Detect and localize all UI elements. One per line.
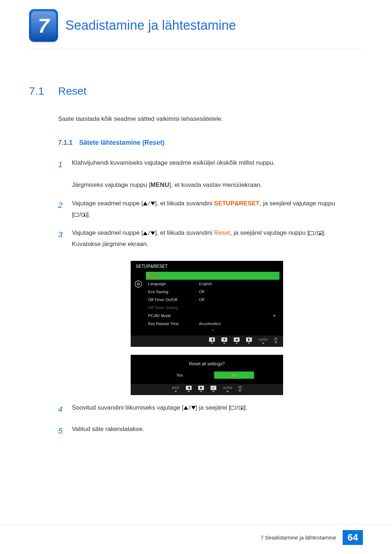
osd-nav-power — [238, 386, 242, 392]
osd-row-reset: Reset — [146, 272, 279, 280]
up-down-icon: / — [184, 402, 196, 414]
step-text: Vajutage seadmel nuppe [/], et liikuda s… — [72, 227, 363, 250]
osd-row-eco-saving: Eco Saving:Off — [146, 288, 279, 296]
step-text: Vajutage seadmel nuppe [/], et liikuda s… — [72, 198, 363, 221]
step-1: 1 Klahvijuhendi kuvamiseks vajutage sead… — [58, 157, 363, 191]
osd-row-off-timer-setting: Off Timer Setting — [146, 304, 279, 312]
osd-dialog-options: Yes No — [131, 372, 283, 384]
step-2: 2 Vajutage seadmel nuppe [/], et liikuda… — [58, 198, 363, 221]
osd-panel: SETUP&RESET Reset Language:English Eco S… — [131, 261, 283, 347]
step-text: Soovitud suvandini liikumiseks vajutage … — [72, 402, 363, 417]
osd-row-off-timer: Off Timer On/Off:Off — [146, 296, 279, 304]
step-number: 1 — [58, 157, 65, 191]
step-number: 2 — [58, 198, 65, 221]
chapter-title: Seadistamine ja lähtestamine — [65, 18, 236, 33]
section-number: 7.1 — [29, 85, 47, 97]
osd-option-no: No — [214, 372, 254, 379]
chevron-right-icon: ▸ — [274, 313, 276, 318]
step-text: Klahvijuhendi kuvamiseks vajutage seadme… — [72, 157, 363, 191]
osd-row-language: Language:English — [146, 280, 279, 288]
section-heading: 7.1 Reset — [29, 85, 363, 97]
footer-chapter-label: 7 Seadistamine ja lähtestamine — [254, 530, 343, 545]
enter-source-icon: / — [309, 228, 322, 239]
step-3: 3 Vajutage seadmel nuppe [/], et liikuda… — [58, 227, 363, 250]
section-intro: Saate taastada kõik seadme sätted vaikim… — [58, 115, 363, 123]
osd-nav-down: ▼ — [221, 337, 227, 344]
chapter-number: 7 — [29, 9, 58, 42]
osd-nav-auto: AUTO — [258, 337, 268, 344]
enter-source-icon: / — [74, 209, 87, 221]
chapter-number-badge: 7 — [29, 9, 58, 42]
subsection-title: Sätete lähtestamine (Reset) — [79, 139, 164, 147]
step-number: 4 — [58, 402, 65, 417]
osd-nav-right — [198, 386, 204, 393]
osd-nav-right — [246, 337, 252, 344]
enter-source-icon: / — [230, 402, 244, 414]
menu-target: SETUP&RESET — [214, 200, 260, 207]
osd-side-icon — [131, 272, 146, 336]
step-number: 5 — [58, 424, 65, 438]
page-footer: 7 Seadistamine ja lähtestamine 64 — [254, 530, 363, 545]
osd-dialog-question: Reset all settings? — [131, 355, 283, 372]
step-5: 5 Valitud säte rakendatakse. — [58, 424, 363, 438]
power-icon — [238, 386, 242, 389]
step-text: Valitud säte rakendatakse. — [72, 424, 363, 438]
page-number: 64 — [343, 530, 363, 545]
osd-title: SETUP&RESET — [131, 261, 283, 272]
osd-row-key-repeat: Key Repeat Time:Acceleration — [146, 320, 279, 328]
osd-scroll-indicator: ▾ — [146, 328, 279, 333]
divider — [29, 48, 363, 49]
osd-menu-list: Reset Language:English Eco Saving:Off Of… — [146, 272, 283, 336]
gear-icon — [135, 280, 142, 288]
section-title: Reset — [58, 85, 86, 97]
osd-nav-exit: EXIT — [172, 386, 179, 393]
chapter-header: 7 Seadistamine ja lähtestamine — [29, 9, 363, 42]
menu-target: Reset — [214, 229, 230, 236]
up-down-icon: / — [143, 198, 155, 209]
up-down-icon: / — [143, 228, 155, 239]
steps-list: 1 Klahvijuhendi kuvamiseks vajutage sead… — [58, 157, 363, 250]
step-number: 3 — [58, 227, 65, 250]
osd-nav-enter: ↵ — [211, 386, 216, 393]
osd-nav-bar: EXIT ↵ AUTO — [131, 384, 283, 395]
osd-nav-power — [274, 338, 277, 344]
osd-nav-auto: AUTO — [223, 386, 232, 393]
footer-divider — [0, 525, 392, 525]
step-4: 4 Soovitud suvandini liikumiseks vajutag… — [58, 402, 363, 417]
osd-screenshot-reset-confirm: Reset all settings? Yes No EXIT ↵ AUTO — [131, 355, 283, 395]
osd-dialog: Reset all settings? Yes No EXIT ↵ AUTO — [131, 355, 283, 395]
subsection-heading: 7.1.1 Sätete lähtestamine (Reset) — [58, 139, 363, 147]
manual-page: 7 Seadistamine ja lähtestamine 7.1 Reset… — [0, 0, 392, 554]
subsection-number: 7.1.1 — [58, 139, 73, 147]
osd-row-pcav-mode: PC/AV Mode▸ — [146, 312, 279, 320]
osd-nav-up — [234, 337, 240, 344]
steps-list-cont: 4 Soovitud suvandini liikumiseks vajutag… — [58, 402, 363, 438]
osd-screenshot-setup-reset: SETUP&RESET Reset Language:English Eco S… — [131, 261, 283, 347]
osd-nav-bar: ▼ AUTO — [131, 336, 283, 347]
osd-nav-left — [209, 337, 215, 344]
menu-label: MENU — [150, 181, 169, 188]
osd-option-yes: Yes — [160, 372, 200, 379]
osd-nav-left — [186, 386, 192, 393]
power-icon — [274, 338, 277, 341]
